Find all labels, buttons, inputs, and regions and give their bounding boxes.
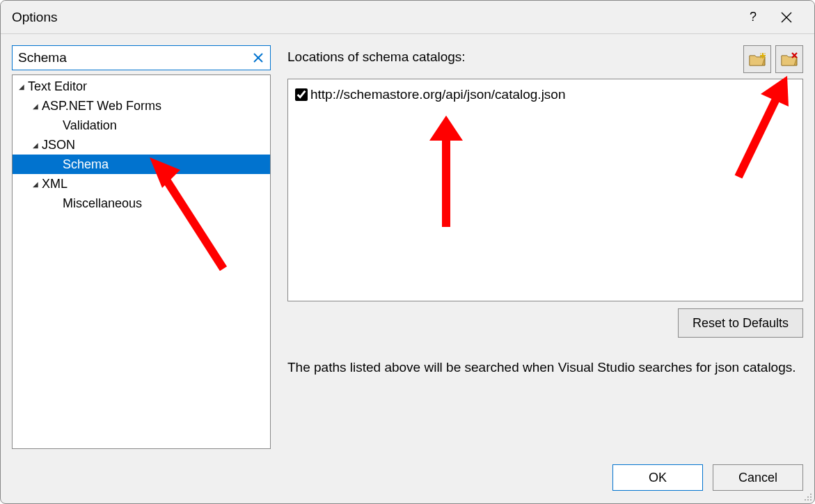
- search-box: [12, 45, 271, 70]
- remove-folder-icon: [780, 50, 798, 68]
- tree-item-miscellaneous[interactable]: Miscellaneous: [13, 194, 270, 213]
- dialog-footer: OK Cancel: [1, 460, 814, 503]
- catalog-list[interactable]: http://schemastore.org/api/json/catalog.…: [287, 79, 803, 301]
- remove-catalog-button[interactable]: [775, 45, 803, 73]
- svg-point-6: [760, 53, 761, 54]
- help-icon: ?: [750, 10, 757, 24]
- svg-point-17: [810, 499, 812, 501]
- window-title: Options: [12, 10, 57, 25]
- catalog-header-label: Locations of schema catalogs:: [287, 45, 743, 65]
- caret-icon: ◢: [17, 83, 26, 90]
- reset-to-defaults-button[interactable]: Reset to Defaults: [678, 308, 803, 338]
- svg-point-16: [807, 499, 809, 501]
- tree-item-label: JSON: [42, 138, 75, 152]
- catalog-item[interactable]: http://schemastore.org/api/json/catalog.…: [295, 85, 796, 104]
- help-button[interactable]: ?: [736, 1, 770, 34]
- titlebar: Options ?: [1, 1, 814, 34]
- resize-grip-icon[interactable]: [803, 492, 813, 502]
- caret-icon: ◢: [31, 180, 40, 188]
- tree-item-label: Validation: [63, 118, 117, 133]
- tree-item-schema[interactable]: Schema: [13, 155, 270, 174]
- cancel-button[interactable]: Cancel: [713, 464, 803, 491]
- svg-point-13: [807, 496, 809, 498]
- tree-item-label: ASP.NET Web Forms: [42, 99, 161, 113]
- content-area: ◢ Text Editor ◢ ASP.NET Web Forms Valida…: [1, 34, 814, 460]
- add-catalog-button[interactable]: [743, 45, 771, 73]
- tree-item-validation[interactable]: Validation: [13, 116, 270, 135]
- left-panel: ◢ Text Editor ◢ ASP.NET Web Forms Valida…: [12, 45, 271, 449]
- svg-point-9: [764, 57, 766, 58]
- catalog-checkbox[interactable]: [295, 88, 308, 101]
- add-folder-icon: [748, 50, 766, 68]
- tree-item-text-editor[interactable]: ◢ Text Editor: [13, 77, 270, 96]
- catalog-url: http://schemastore.org/api/json/catalog.…: [310, 87, 565, 102]
- options-tree[interactable]: ◢ Text Editor ◢ ASP.NET Web Forms Valida…: [12, 74, 271, 449]
- x-icon: [253, 53, 263, 63]
- ok-button[interactable]: OK: [612, 464, 703, 491]
- tree-item-label: Schema: [63, 157, 109, 172]
- svg-point-15: [805, 499, 806, 501]
- close-icon: [781, 12, 792, 23]
- close-button[interactable]: [770, 1, 803, 34]
- tree-item-aspnet-web-forms[interactable]: ◢ ASP.NET Web Forms: [13, 96, 270, 116]
- right-panel: Locations of schema catalogs:: [287, 45, 803, 449]
- tree-item-xml[interactable]: ◢ XML: [13, 174, 270, 194]
- options-dialog: Options ?: [0, 0, 815, 504]
- tree-item-label: Miscellaneous: [63, 196, 142, 211]
- svg-point-7: [764, 53, 766, 54]
- svg-point-8: [760, 57, 761, 58]
- catalog-header: Locations of schema catalogs:: [287, 45, 803, 73]
- caret-icon: ◢: [31, 102, 40, 110]
- svg-point-14: [810, 496, 812, 498]
- svg-point-12: [810, 494, 812, 495]
- catalog-description: The paths listed above will be searched …: [287, 357, 803, 377]
- tree-item-label: Text Editor: [28, 79, 87, 94]
- caret-icon: ◢: [31, 141, 40, 149]
- search-input[interactable]: [18, 50, 252, 65]
- clear-search-button[interactable]: [252, 50, 264, 65]
- tree-item-label: XML: [42, 177, 68, 191]
- tree-item-json[interactable]: ◢ JSON: [13, 135, 270, 155]
